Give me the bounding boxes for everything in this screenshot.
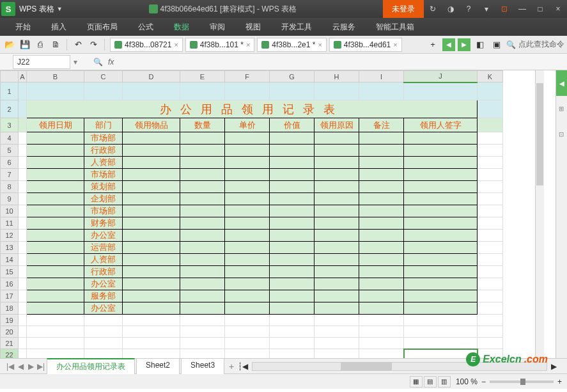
cell[interactable] bbox=[315, 169, 359, 181]
cell[interactable]: 领用日期 bbox=[27, 118, 84, 132]
cell[interactable] bbox=[123, 181, 180, 193]
col-header[interactable]: C bbox=[84, 71, 123, 82]
cell[interactable] bbox=[123, 349, 180, 359]
cell[interactable] bbox=[27, 169, 84, 181]
cell[interactable] bbox=[180, 230, 225, 242]
row-header[interactable]: 20 bbox=[1, 326, 19, 338]
command-search[interactable]: 🔍 点此查找命令 bbox=[506, 39, 564, 50]
cell[interactable] bbox=[225, 169, 270, 181]
cell[interactable] bbox=[27, 217, 84, 230]
cell[interactable] bbox=[359, 278, 404, 290]
maximize-button[interactable]: □ bbox=[531, 0, 549, 18]
cell[interactable] bbox=[478, 217, 503, 230]
cell[interactable] bbox=[478, 326, 503, 338]
cell[interactable] bbox=[270, 230, 315, 242]
cell[interactable] bbox=[19, 205, 27, 217]
cell[interactable] bbox=[27, 181, 84, 193]
cell[interactable] bbox=[225, 242, 270, 254]
sheet-tab[interactable]: 办公用品领用记录表 bbox=[47, 358, 135, 374]
cell[interactable] bbox=[478, 132, 503, 145]
zoom-out-icon[interactable]: − bbox=[481, 377, 486, 386]
side-tool-1-icon[interactable]: ⊞ bbox=[556, 96, 567, 122]
cell[interactable]: 运营部 bbox=[84, 242, 123, 254]
row-header[interactable]: 6 bbox=[1, 157, 19, 169]
cell[interactable] bbox=[478, 118, 503, 132]
cell[interactable] bbox=[270, 315, 315, 326]
cell[interactable] bbox=[478, 242, 503, 254]
cell[interactable] bbox=[84, 349, 123, 359]
col-header[interactable]: I bbox=[359, 71, 404, 82]
cell[interactable]: 办公室 bbox=[84, 278, 123, 290]
cell[interactable] bbox=[359, 326, 404, 338]
cell[interactable] bbox=[270, 82, 315, 100]
cell[interactable] bbox=[225, 338, 270, 349]
menu-开始[interactable]: 开始 bbox=[5, 18, 41, 36]
cell[interactable] bbox=[359, 181, 404, 193]
cell[interactable] bbox=[478, 82, 503, 100]
cell[interactable] bbox=[225, 82, 270, 100]
save-icon[interactable]: 💾 bbox=[18, 38, 32, 52]
print-icon[interactable]: ⎙ bbox=[33, 38, 47, 52]
cell[interactable] bbox=[225, 266, 270, 278]
cell[interactable] bbox=[315, 230, 359, 242]
cell[interactable] bbox=[270, 266, 315, 278]
cell[interactable]: 部门 bbox=[84, 118, 123, 132]
cell[interactable] bbox=[359, 193, 404, 205]
cell[interactable] bbox=[180, 205, 225, 217]
cell[interactable] bbox=[404, 302, 478, 315]
cell[interactable] bbox=[404, 315, 478, 326]
cell[interactable] bbox=[225, 157, 270, 169]
cell[interactable] bbox=[404, 326, 478, 338]
row-header[interactable]: 2 bbox=[1, 100, 19, 118]
cell[interactable] bbox=[27, 349, 84, 359]
col-header[interactable]: B bbox=[27, 71, 84, 82]
cell[interactable] bbox=[270, 181, 315, 193]
cell[interactable] bbox=[404, 338, 478, 349]
fx-label[interactable]: fx bbox=[108, 58, 114, 67]
cell[interactable] bbox=[359, 169, 404, 181]
col-header[interactable]: D bbox=[123, 71, 180, 82]
cell[interactable]: 办公用品领用记录表 bbox=[27, 100, 478, 118]
row-header[interactable]: 7 bbox=[1, 169, 19, 181]
cell[interactable] bbox=[270, 145, 315, 157]
cell[interactable]: 数量 bbox=[180, 118, 225, 132]
doc-tab[interactable]: 4f38b...08721× bbox=[110, 38, 183, 52]
cell[interactable] bbox=[27, 338, 84, 349]
cell[interactable] bbox=[19, 290, 27, 302]
cell[interactable] bbox=[19, 230, 27, 242]
cell[interactable] bbox=[270, 242, 315, 254]
doc-tab-close-icon[interactable]: × bbox=[174, 41, 178, 49]
cell[interactable]: 人资部 bbox=[84, 254, 123, 266]
hscroll-split-icon[interactable]: ┆ bbox=[238, 362, 242, 371]
cell[interactable] bbox=[270, 254, 315, 266]
cell[interactable] bbox=[225, 326, 270, 338]
cell[interactable]: 行政部 bbox=[84, 145, 123, 157]
cell[interactable] bbox=[404, 290, 478, 302]
cell[interactable] bbox=[270, 205, 315, 217]
cell[interactable] bbox=[123, 290, 180, 302]
col-header[interactable]: E bbox=[180, 71, 225, 82]
cell[interactable] bbox=[27, 254, 84, 266]
close-tab-icon[interactable]: ▣ bbox=[490, 38, 504, 52]
cell[interactable] bbox=[478, 290, 503, 302]
cell[interactable] bbox=[180, 132, 225, 145]
cell[interactable] bbox=[478, 169, 503, 181]
cell[interactable] bbox=[270, 278, 315, 290]
cell[interactable] bbox=[270, 290, 315, 302]
cell[interactable] bbox=[19, 217, 27, 230]
row-header[interactable]: 18 bbox=[1, 302, 19, 315]
cell[interactable] bbox=[180, 326, 225, 338]
cell[interactable] bbox=[27, 315, 84, 326]
cell[interactable] bbox=[84, 82, 123, 100]
cell[interactable] bbox=[478, 315, 503, 326]
cell[interactable] bbox=[404, 82, 478, 100]
cell[interactable] bbox=[225, 315, 270, 326]
cell[interactable]: 市场部 bbox=[84, 132, 123, 145]
cell[interactable] bbox=[315, 242, 359, 254]
cell[interactable]: 服务部 bbox=[84, 290, 123, 302]
cell[interactable] bbox=[478, 302, 503, 315]
cell[interactable] bbox=[123, 145, 180, 157]
cell[interactable] bbox=[315, 157, 359, 169]
zoom-slider[interactable] bbox=[490, 380, 554, 383]
cell[interactable] bbox=[270, 326, 315, 338]
